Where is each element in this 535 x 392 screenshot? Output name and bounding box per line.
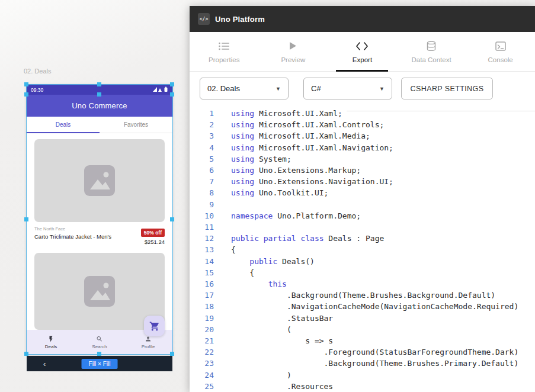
selection-handle[interactable]: [24, 352, 28, 356]
tab-data-context[interactable]: Data Context: [397, 32, 466, 71]
code-line: 11: [200, 221, 535, 233]
code-line: 15 {: [200, 267, 535, 278]
code-line: 24 ): [200, 369, 535, 381]
tab-deals[interactable]: Deals: [27, 117, 100, 133]
selection-handle[interactable]: [97, 352, 101, 356]
language-dropdown[interactable]: C# ▼: [303, 78, 392, 99]
product-text: The North Face Carto Triclimate Jacket -…: [34, 226, 111, 240]
code-line: 4using Microsoft.UI.Xaml.Navigation;: [200, 142, 535, 153]
back-chevron-icon[interactable]: ‹: [43, 359, 46, 368]
artboard-label: 02. Deals: [24, 68, 51, 75]
uno-platform-panel: </> Uno Platform Properties Preview E: [190, 6, 535, 392]
code-brackets-icon: [356, 40, 368, 52]
cart-button[interactable]: [144, 316, 165, 336]
tab-console[interactable]: Console: [466, 32, 535, 71]
code-line: 22 .Foreground(StatusBarForegroundTheme.…: [200, 346, 535, 358]
code-line: 10namespace Uno.Platform.Demo;: [200, 210, 535, 221]
code-line: 13{: [200, 244, 535, 255]
phone-app-bar[interactable]: Uno Commerce: [27, 95, 172, 117]
bolt-icon: [47, 335, 55, 343]
discount-badge: 50% off: [141, 229, 165, 237]
chevron-down-icon: ▼: [275, 86, 281, 92]
phone-content: The North Face Carto Triclimate Jacket -…: [27, 133, 172, 330]
export-controls: 02. Deals ▼ C# ▼ CSHARP SETTINGS: [190, 72, 535, 105]
code-line: 18 .NavigationCacheMode(NavigationCacheM…: [200, 301, 535, 312]
list-icon: [219, 40, 229, 52]
database-icon: [427, 40, 436, 52]
selection-handle[interactable]: [97, 92, 101, 97]
screenshot-root: 02. Deals 09:30 Uno Commerce Deals Favor…: [0, 0, 535, 392]
fill-mode-button[interactable]: Fill × Fill: [82, 359, 118, 369]
tab-preview[interactable]: Preview: [259, 32, 328, 71]
selection-handle[interactable]: [24, 82, 28, 86]
console-icon: [495, 40, 506, 52]
language-dropdown-value: C#: [311, 84, 321, 93]
tab-export[interactable]: Export: [328, 32, 397, 71]
status-time: 09:30: [31, 87, 43, 93]
code-line: 1using Microsoft.UI.Xaml;: [200, 108, 535, 119]
product-info[interactable]: The North Face Carto Triclimate Jacket -…: [27, 222, 172, 248]
nav-item-deals[interactable]: Deals: [27, 330, 75, 354]
code-line: 7using Uno.Extensions.Navigation.UI;: [200, 176, 535, 187]
code-line: 17 .Background(Theme.Brushes.Background.…: [200, 290, 535, 301]
selection-handle[interactable]: [170, 352, 174, 356]
page-dropdown[interactable]: 02. Deals ▼: [200, 78, 289, 99]
phone-artboard[interactable]: 09:30 Uno Commerce Deals Favorites: [27, 85, 172, 354]
code-editor[interactable]: 1using Microsoft.UI.Xaml;2using Microsof…: [190, 105, 535, 392]
selection-handle[interactable]: [97, 82, 101, 86]
product-pricing: 50% off $251.24: [141, 226, 165, 245]
tab-label: Export: [353, 56, 372, 63]
tab-label: Properties: [209, 56, 239, 63]
code-line: 20 (: [200, 324, 535, 335]
panel-tabs: Properties Preview Export Data Context: [190, 32, 535, 72]
code-line: 12public partial class Deals : Page: [200, 233, 535, 244]
code-line: 2using Microsoft.UI.Xaml.Controls;: [200, 119, 535, 130]
code-divider: [347, 111, 535, 111]
phone-tab-bar: Deals Favorites: [27, 117, 172, 133]
search-icon: [96, 335, 103, 343]
code-line: 6using Uno.Extensions.Markup;: [200, 165, 535, 176]
product-price: $251.24: [141, 239, 165, 245]
selection-handle[interactable]: [24, 92, 28, 97]
nav-label: Search: [92, 344, 107, 349]
tab-label: Data Context: [412, 56, 451, 63]
selection-handle[interactable]: [170, 82, 174, 86]
product-name: Carto Triclimate Jacket - Men's: [34, 233, 111, 240]
panel-header: </> Uno Platform: [190, 6, 535, 32]
nav-label: Deals: [45, 344, 57, 349]
code-line: 23 .Background(Theme.Brushes.Primary.Def…: [200, 358, 535, 369]
nav-item-search[interactable]: Search: [75, 330, 124, 354]
play-icon: [289, 40, 297, 52]
tab-properties[interactable]: Properties: [190, 32, 259, 71]
app-bar-title: Uno Commerce: [72, 101, 127, 110]
selection-toolbar: ‹ Fill × Fill: [27, 356, 172, 371]
selection-handle[interactable]: [170, 92, 174, 97]
tab-label: Preview: [281, 56, 305, 63]
code-lines: 1using Microsoft.UI.Xaml;2using Microsof…: [200, 108, 535, 392]
product-image-placeholder[interactable]: [34, 139, 165, 222]
code-line: 9: [200, 199, 535, 210]
selection-handle[interactable]: [24, 217, 28, 221]
image-icon: [82, 163, 117, 198]
code-line: 21 s => s: [200, 335, 535, 346]
code-line: 8using Uno.Toolkit.UI;: [200, 187, 535, 198]
product-brand: The North Face: [34, 226, 111, 232]
code-line: 25 .Resources: [200, 381, 535, 392]
page-dropdown-value: 02. Deals: [207, 84, 240, 93]
tab-favorites[interactable]: Favorites: [100, 117, 172, 133]
panel-title: Uno Platform: [215, 15, 265, 24]
selection-handle[interactable]: [170, 217, 174, 221]
status-icons: [153, 86, 168, 93]
csharp-settings-button[interactable]: CSHARP SETTINGS: [401, 78, 493, 99]
chevron-down-icon: ▼: [379, 86, 385, 92]
code-line: 5using System;: [200, 153, 535, 165]
image-icon: [82, 274, 117, 309]
code-line: 3using Microsoft.UI.Xaml.Media;: [200, 130, 535, 142]
cart-icon: [149, 321, 160, 332]
nav-label: Profile: [142, 344, 155, 349]
signal-wifi-battery-icon: [153, 86, 168, 92]
tab-label: Console: [488, 56, 513, 63]
code-icon: </>: [198, 13, 210, 25]
code-line: 19 .StatusBar: [200, 313, 535, 324]
code-line: 14 public Deals(): [200, 256, 535, 267]
